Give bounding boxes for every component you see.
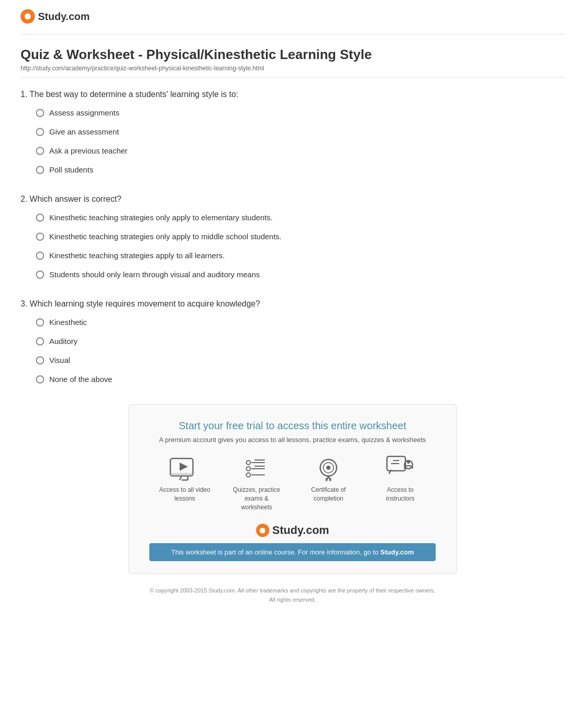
svg-point-10 [246, 467, 250, 471]
list-item[interactable]: Kinesthetic teaching strategies only app… [36, 213, 564, 222]
logo-text: Study.com [38, 11, 90, 23]
header-divider [21, 34, 564, 34]
option-label: Kinesthetic [49, 318, 87, 327]
radio-icon[interactable] [36, 166, 44, 174]
radio-icon[interactable] [36, 252, 44, 260]
list-item[interactable]: Kinesthetic teaching strategies apply to… [36, 251, 564, 260]
question-3-text: 3. Which learning style requires movemen… [21, 299, 564, 309]
question-2: 2. Which answer is correct? Kinesthetic … [21, 195, 564, 279]
promo-title: Start your free trial to access this ent… [149, 420, 436, 432]
list-item[interactable]: Give an assessment [36, 127, 564, 136]
svg-point-28 [407, 461, 410, 464]
radio-icon[interactable] [36, 318, 44, 327]
promo-banner: This worksheet is part of an online cour… [149, 543, 436, 561]
list-item[interactable]: Kinesthetic [36, 318, 564, 327]
page-title: Quiz & Worksheet - Physical/Kinesthetic … [21, 47, 564, 63]
page-url: http://study.com/academy/practice/quiz-w… [21, 65, 564, 72]
promo-logo-text: Study.com [272, 524, 329, 537]
promo-feature-instructors: Access to instructors [375, 456, 426, 511]
option-label: Visual [49, 356, 70, 365]
radio-icon[interactable] [36, 147, 44, 155]
option-label: Poll students [49, 165, 93, 174]
option-label: Ask a previous teacher [49, 146, 128, 155]
promo-feature-certificate: Certificate of completion [303, 456, 354, 511]
radio-icon[interactable] [36, 356, 44, 365]
option-label: Assess assignments [49, 108, 120, 117]
promo-banner-text: This worksheet is part of an online cour… [171, 548, 414, 556]
radio-icon[interactable] [36, 128, 44, 136]
radio-icon[interactable] [36, 337, 44, 346]
question-3: 3. Which learning style requires movemen… [21, 299, 564, 384]
option-label: Kinesthetic teaching strategies only app… [49, 213, 272, 222]
list-item[interactable]: Ask a previous teacher [36, 146, 564, 155]
svg-point-22 [326, 466, 330, 470]
option-label: Kinesthetic teaching strategies apply to… [49, 251, 225, 260]
promo-feature-video-label: Access to all video lessons [159, 486, 210, 503]
option-label: Students should only learn through visua… [49, 270, 260, 279]
question-1-options: Assess assignments Give an assessment As… [36, 108, 564, 174]
radio-icon[interactable] [36, 233, 44, 241]
option-label: None of the above [49, 375, 112, 384]
certificate-icon [313, 456, 344, 482]
list-item[interactable]: None of the above [36, 375, 564, 384]
promo-feature-quizzes-label: Quizzes, practice exams & worksheets [231, 486, 282, 511]
logo[interactable]: Study.com [21, 9, 90, 24]
video-lessons-icon [169, 456, 200, 482]
option-label: Kinesthetic teaching strategies only app… [49, 232, 282, 241]
radio-icon[interactable] [36, 271, 44, 279]
quizzes-icon [241, 456, 272, 482]
promo-feature-certificate-label: Certificate of completion [303, 486, 354, 503]
option-label: Give an assessment [49, 127, 119, 136]
question-2-text: 2. Which answer is correct? [21, 195, 564, 204]
svg-marker-5 [180, 463, 188, 471]
promo-features: Access to all video lessons Quizzes, [149, 456, 436, 511]
question-2-options: Kinesthetic teaching strategies only app… [36, 213, 564, 279]
promo-feature-video: Access to all video lessons [159, 456, 210, 511]
question-2-number: 2. [21, 195, 30, 203]
logo-icon [21, 9, 35, 24]
list-item[interactable]: Auditory [36, 337, 564, 346]
option-label: Auditory [49, 337, 77, 346]
list-item[interactable]: Students should only learn through visua… [36, 270, 564, 279]
instructors-icon [385, 456, 416, 482]
title-divider [21, 77, 564, 78]
promo-feature-instructors-label: Access to instructors [375, 486, 426, 503]
radio-icon[interactable] [36, 214, 44, 222]
list-item[interactable]: Visual [36, 356, 564, 365]
svg-point-6 [246, 461, 250, 465]
questions-container: 1. The best way to determine a students'… [21, 90, 564, 384]
footer: © copyright 2003-2015 Study.com. All oth… [21, 586, 564, 604]
promo-logo-circle [256, 524, 269, 537]
list-item[interactable]: Assess assignments [36, 108, 564, 117]
promo-box: Start your free trial to access this ent… [128, 404, 457, 574]
question-1-number: 1. [21, 90, 30, 99]
promo-banner-link[interactable]: Study.com [380, 548, 414, 556]
list-item[interactable]: Kinesthetic teaching strategies only app… [36, 232, 564, 241]
question-3-number: 3. [21, 299, 30, 308]
list-item[interactable]: Poll students [36, 165, 564, 174]
promo-logo[interactable]: Study.com [149, 524, 436, 537]
header: Study.com [21, 0, 564, 29]
question-3-options: Kinesthetic Auditory Visual None of the … [36, 318, 564, 384]
radio-icon[interactable] [36, 109, 44, 117]
logo-inner-circle [25, 13, 31, 20]
svg-point-14 [246, 473, 250, 477]
promo-subtitle: A premium account gives you access to al… [149, 436, 436, 444]
radio-icon[interactable] [36, 375, 44, 384]
question-1-text: 1. The best way to determine a students'… [21, 90, 564, 99]
question-1: 1. The best way to determine a students'… [21, 90, 564, 174]
promo-logo-inner [260, 528, 265, 533]
footer-text: © copyright 2003-2015 Study.com. All oth… [150, 587, 435, 603]
promo-feature-quizzes: Quizzes, practice exams & worksheets [231, 456, 282, 511]
svg-rect-1 [170, 473, 193, 476]
